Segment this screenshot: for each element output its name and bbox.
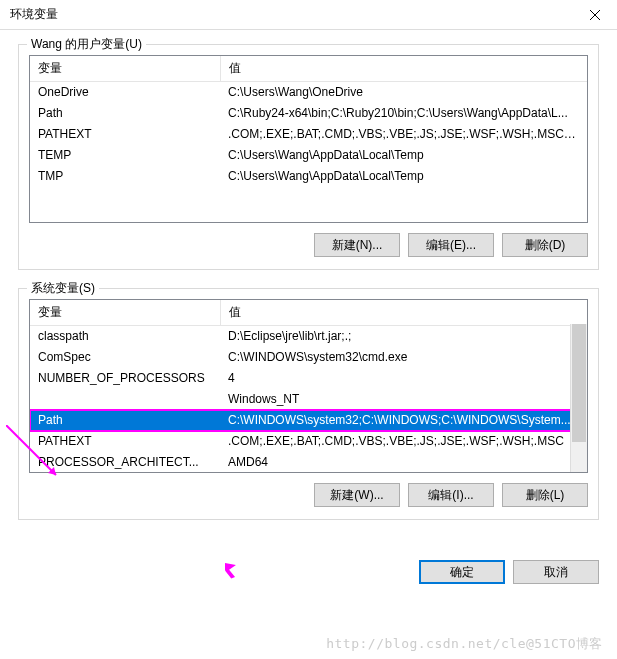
column-header-name[interactable]: 变量 xyxy=(30,300,220,326)
cell-value: C:\Users\Wang\AppData\Local\Temp xyxy=(220,145,587,166)
table-row[interactable]: PATHEXT.COM;.EXE;.BAT;.CMD;.VBS;.VBE;.JS… xyxy=(30,124,587,145)
cell-value: C:\Users\Wang\AppData\Local\Temp xyxy=(220,166,587,187)
scrollbar[interactable] xyxy=(570,324,587,472)
cell-value: AMD64 xyxy=(220,452,587,473)
cell-name: TMP xyxy=(30,166,220,187)
user-variables-group: Wang 的用户变量(U) 变量 值 OneDriveC:\Users\Wang… xyxy=(18,44,599,270)
table-row[interactable]: ComSpecC:\WINDOWS\system32\cmd.exe xyxy=(30,347,587,368)
table-row[interactable]: PROCESSOR_ARCHITECT...AMD64 xyxy=(30,452,587,473)
system-variables-group: 系统变量(S) 变量 值 classpathD:\Eclipse\jre\lib… xyxy=(18,288,599,520)
table-row[interactable]: PATHEXT.COM;.EXE;.BAT;.CMD;.VBS;.VBE;.JS… xyxy=(30,431,587,452)
user-new-button[interactable]: 新建(N)... xyxy=(314,233,400,257)
cell-name: TEMP xyxy=(30,145,220,166)
cell-name xyxy=(30,389,220,410)
cell-name: ComSpec xyxy=(30,347,220,368)
table-row[interactable]: TMPC:\Users\Wang\AppData\Local\Temp xyxy=(30,166,587,187)
cell-value: C:\WINDOWS\system32;C:\WINDOWS;C:\WINDOW… xyxy=(220,410,587,431)
scrollbar-thumb[interactable] xyxy=(572,324,586,442)
cell-value: C:\WINDOWS\system32\cmd.exe xyxy=(220,347,587,368)
table-row[interactable]: classpathD:\Eclipse\jre\lib\rt.jar;.; xyxy=(30,326,587,347)
table-row[interactable]: TEMPC:\Users\Wang\AppData\Local\Temp xyxy=(30,145,587,166)
column-header-name[interactable]: 变量 xyxy=(30,56,220,82)
cell-name: NUMBER_OF_PROCESSORS xyxy=(30,368,220,389)
user-variables-table[interactable]: 变量 值 OneDriveC:\Users\Wang\OneDrive Path… xyxy=(29,55,588,223)
system-edit-button[interactable]: 编辑(I)... xyxy=(408,483,494,507)
close-icon xyxy=(590,10,600,20)
cell-name: PROCESSOR_ARCHITECT... xyxy=(30,452,220,473)
cell-value: C:\Users\Wang\OneDrive xyxy=(220,82,587,103)
cell-value: 4 xyxy=(220,368,587,389)
close-button[interactable] xyxy=(572,0,617,30)
cell-name: PATHEXT xyxy=(30,431,220,452)
column-header-value[interactable]: 值 xyxy=(220,300,587,326)
system-delete-button[interactable]: 删除(L) xyxy=(502,483,588,507)
titlebar: 环境变量 xyxy=(0,0,617,30)
cell-value: .COM;.EXE;.BAT;.CMD;.VBS;.VBE;.JS;.JSE;.… xyxy=(220,431,587,452)
cell-value: .COM;.EXE;.BAT;.CMD;.VBS;.VBE;.JS;.JSE;.… xyxy=(220,124,587,145)
cell-value: D:\Eclipse\jre\lib\rt.jar;.; xyxy=(220,326,587,347)
cell-name: classpath xyxy=(30,326,220,347)
cell-value: C:\Ruby24-x64\bin;C:\Ruby210\bin;C:\User… xyxy=(220,103,587,124)
user-edit-button[interactable]: 编辑(E)... xyxy=(408,233,494,257)
system-variables-table[interactable]: 变量 值 classpathD:\Eclipse\jre\lib\rt.jar;… xyxy=(29,299,588,473)
table-row[interactable]: NUMBER_OF_PROCESSORS4 xyxy=(30,368,587,389)
cancel-button[interactable]: 取消 xyxy=(513,560,599,584)
window-title: 环境变量 xyxy=(10,6,58,23)
table-row[interactable]: OneDriveC:\Users\Wang\OneDrive xyxy=(30,82,587,103)
table-row[interactable]: Windows_NT xyxy=(30,389,587,410)
cell-name: OneDrive xyxy=(30,82,220,103)
cell-value: Windows_NT xyxy=(220,389,587,410)
system-new-button[interactable]: 新建(W)... xyxy=(314,483,400,507)
cell-name: Path xyxy=(30,103,220,124)
system-variables-legend: 系统变量(S) xyxy=(27,280,99,297)
cell-name: PATHEXT xyxy=(30,124,220,145)
table-row[interactable]: PathC:\Ruby24-x64\bin;C:\Ruby210\bin;C:\… xyxy=(30,103,587,124)
user-delete-button[interactable]: 删除(D) xyxy=(502,233,588,257)
table-row-selected[interactable]: PathC:\WINDOWS\system32;C:\WINDOWS;C:\WI… xyxy=(30,410,587,431)
ok-button[interactable]: 确定 xyxy=(419,560,505,584)
watermark-text: http://blog.csdn.net/cle@51CTO博客 xyxy=(326,635,603,653)
cell-name: Path xyxy=(30,410,220,431)
user-variables-legend: Wang 的用户变量(U) xyxy=(27,36,146,53)
column-header-value[interactable]: 值 xyxy=(220,56,587,82)
